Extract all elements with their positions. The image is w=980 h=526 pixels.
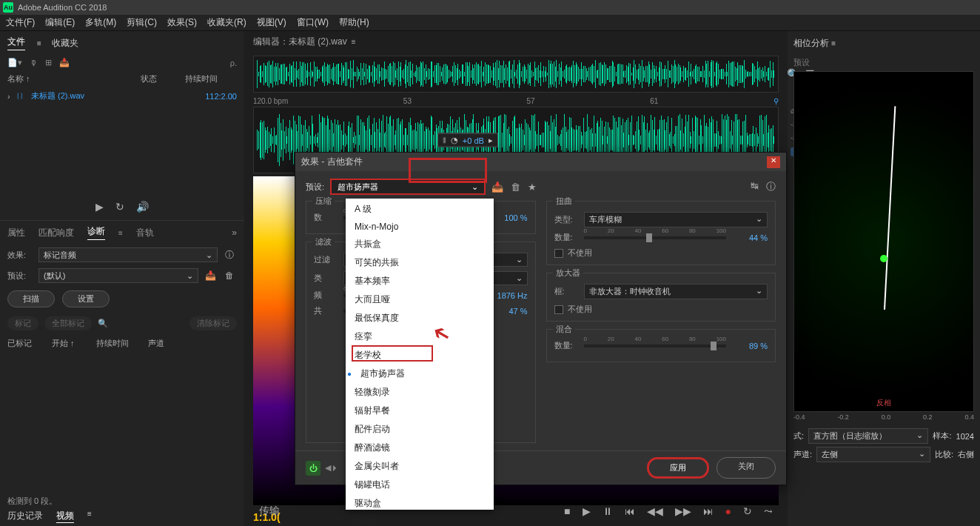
panel-menu-icon[interactable]: ≡ (352, 38, 356, 46)
res-value[interactable]: 47 % (492, 307, 528, 316)
panel-menu-icon[interactable]: ≡ (37, 39, 41, 47)
play-icon[interactable]: ▶ (583, 505, 591, 517)
skip-icon[interactable]: ⤳ (764, 505, 773, 517)
all-mark-tab[interactable]: 全部标记 (44, 316, 92, 330)
delete-preset-icon[interactable]: 🗑 (511, 182, 520, 193)
hdr-channel[interactable]: 声道 (148, 338, 164, 349)
route-icon[interactable]: ↹ (751, 180, 759, 193)
tab-pitch[interactable]: 音轨 (136, 227, 154, 239)
pause-icon[interactable]: ⏸ (603, 505, 613, 517)
favorite-icon[interactable]: ★ (528, 182, 537, 193)
open-file-icon[interactable]: 📄▾ (7, 58, 22, 67)
tab-match[interactable]: 匹配响度 (38, 227, 74, 239)
distort-disable-checkbox[interactable] (554, 249, 563, 258)
bpm-label[interactable]: 120.0 bpm (253, 97, 288, 105)
dropdown-item[interactable]: 大而且哑 (346, 290, 494, 309)
search-icon[interactable]: 🔍 (98, 319, 108, 328)
loop-icon[interactable]: ↻ (743, 505, 752, 517)
next-icon[interactable]: ⏭ (703, 505, 714, 517)
tab-video[interactable]: 视频 (56, 510, 74, 523)
mix-value[interactable]: 89 % (732, 342, 768, 350)
amp-disable-checkbox[interactable] (554, 305, 563, 314)
tab-favorites[interactable]: 收藏夹 (52, 37, 78, 50)
apply-button[interactable]: 应用 (647, 457, 709, 479)
record-icon[interactable]: ● (725, 505, 731, 517)
save-preset-icon[interactable]: 📥 (491, 182, 503, 193)
freq-value[interactable]: 1876 Hz (492, 291, 528, 300)
dropdown-item[interactable]: 基本频率 (346, 272, 494, 290)
tab-files[interactable]: 文件 (7, 36, 25, 50)
dlg-preset-select[interactable]: 超市扬声器⌄ (330, 179, 486, 195)
search-icon[interactable]: ρ. (230, 59, 237, 67)
menu-clip[interactable]: 剪辑(C) (127, 16, 157, 29)
save-preset-icon[interactable]: 📥 (203, 270, 218, 281)
import-icon[interactable]: 📥 (59, 58, 70, 67)
col-name[interactable]: 名称 ↑ (7, 73, 141, 84)
prev-icon[interactable]: ⏮ (625, 505, 635, 517)
file-row[interactable]: › ⧙⧘ 未标题 (2).wav 112:2.00 (0, 87, 244, 104)
col-status[interactable]: 状态 (141, 73, 185, 84)
sample-val[interactable]: 1024 (956, 432, 974, 441)
preset-select[interactable]: (默认)⌄ (38, 268, 198, 283)
distort-type-select[interactable]: 车库模糊⌄ (584, 212, 768, 227)
menu-edit[interactable]: 编辑(E) (45, 16, 75, 29)
info-icon[interactable]: ⓘ (222, 249, 237, 262)
dropdown-item[interactable]: A 级 (346, 200, 494, 219)
close-icon[interactable]: ✕ (767, 156, 780, 168)
menu-effects[interactable]: 效果(S) (167, 16, 197, 29)
multitrack-icon[interactable]: ⊞ (45, 58, 52, 67)
compare-val[interactable]: 右侧 (958, 449, 974, 460)
tab-props[interactable]: 属性 (7, 227, 25, 239)
hdr-marked[interactable]: 已标记 (7, 338, 44, 349)
menu-window[interactable]: 窗口(W) (297, 16, 329, 29)
dropdown-item[interactable]: 醉酒滤镜 (346, 439, 494, 457)
waveform-overview[interactable]: 🔍 ☰ (253, 56, 779, 93)
dropdown-item[interactable]: 轻微刻录 (346, 383, 494, 402)
preroll-icon[interactable]: ◀⏵ (325, 463, 339, 473)
hud-more-icon[interactable]: ▸ (489, 136, 493, 145)
amp-box-select[interactable]: 非放大器：时钟收音机⌄ (584, 284, 768, 299)
dropdown-item[interactable]: Mix-n-Mojo (346, 219, 494, 235)
info-icon[interactable]: ⓘ (766, 180, 776, 193)
more-icon[interactable]: » (232, 227, 237, 238)
dist-value[interactable]: 44 % (732, 233, 768, 242)
settings-button[interactable]: 设置 (62, 290, 110, 307)
volume-hud[interactable]: ⫴ ◔ +0 dB ▸ (437, 133, 498, 147)
dropdown-item[interactable]: 鼓包 (346, 513, 494, 526)
chan-select[interactable]: 左侧⌄ (816, 447, 930, 462)
dropdown-item[interactable]: 可笑的共振 (346, 253, 494, 272)
dropdown-item[interactable]: 锡罐电话 (346, 476, 494, 494)
dropdown-item[interactable]: 辐射早餐 (346, 402, 494, 420)
menu-file[interactable]: 文件(F) (6, 16, 35, 29)
hdr-start[interactable]: 开始 ↑ (52, 338, 89, 349)
expand-icon[interactable]: › (7, 92, 16, 101)
effect-select[interactable]: 标记音频⌄ (38, 247, 218, 262)
stop-icon[interactable]: ■ (564, 505, 570, 517)
panel-menu-icon[interactable]: ≡ (831, 39, 836, 47)
tab-diag[interactable]: 诊断 (87, 225, 105, 240)
comp-value[interactable]: 100 % (492, 213, 528, 222)
col-duration[interactable]: 持续时间 (185, 73, 237, 84)
mix-slider[interactable]: 020406080100 (584, 344, 727, 347)
dropdown-item[interactable]: 超市扬声器 (346, 364, 494, 383)
menu-favorites[interactable]: 收藏夹(R) (207, 16, 246, 29)
dropdown-item[interactable]: 驱动盒 (346, 494, 494, 513)
close-button[interactable]: 关闭 (716, 457, 776, 479)
dropdown-item[interactable]: 最低保真度 (346, 309, 494, 327)
delete-preset-icon[interactable]: 🗑 (222, 270, 237, 281)
record-icon[interactable]: 🎙 (30, 59, 38, 67)
forward-icon[interactable]: ▶▶ (675, 505, 691, 517)
rewind-icon[interactable]: ◀◀ (647, 505, 663, 517)
power-button[interactable]: ⏻ (306, 461, 320, 476)
dist-slider[interactable]: 020406080100 (584, 236, 727, 239)
menu-multitrack[interactable]: 多轨(M) (85, 16, 116, 29)
scan-button[interactable]: 扫描 (7, 290, 55, 307)
tab-history[interactable]: 历史记录 (7, 510, 43, 523)
dropdown-item[interactable]: 老学校 (346, 346, 494, 364)
mini-volume-icon[interactable]: 🔊 (136, 201, 149, 213)
snap-icon[interactable]: ⚲ (773, 97, 779, 105)
menu-view[interactable]: 视图(V) (257, 16, 286, 29)
mark-tab[interactable]: 标记 (7, 316, 38, 330)
dropdown-item[interactable]: 痉挛 (346, 327, 494, 346)
hdr-duration[interactable]: 持续时间 (96, 338, 141, 349)
